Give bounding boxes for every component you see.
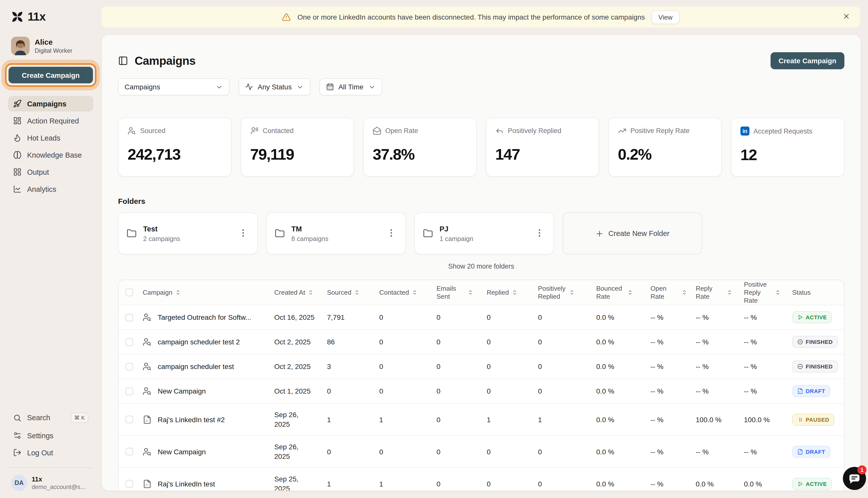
column-header-sourced[interactable]: Sourced	[327, 288, 379, 297]
row-checkbox[interactable]	[126, 338, 133, 346]
column-label: Contacted	[379, 288, 409, 297]
account-name: 11x	[31, 475, 86, 483]
notification-badge: 1	[857, 466, 867, 474]
table-row[interactable]: Targeted Outreach for Softw...Oct 16, 20…	[118, 305, 844, 330]
value-cell: -- %	[650, 313, 696, 321]
avatar	[11, 37, 30, 55]
value-cell: -- %	[744, 363, 792, 370]
column-header-contacted[interactable]: Contacted	[379, 288, 437, 297]
play-icon	[797, 481, 803, 487]
folder-menu-button[interactable]	[384, 226, 398, 241]
warning-triangle-icon	[282, 13, 291, 22]
file-text-icon	[797, 448, 803, 455]
value-cell: 0	[487, 338, 538, 346]
column-header-created-at[interactable]: Created At	[274, 288, 327, 297]
sidebar-create-campaign-button[interactable]: Create Campaign	[9, 67, 93, 83]
sort-icon	[726, 289, 733, 296]
table-row[interactable]: campaign scheduler test 2Oct 2, 20258600…	[118, 330, 844, 354]
status-label: DRAFT	[806, 388, 825, 394]
sidebar-item-output[interactable]: Output	[8, 164, 93, 180]
filter-all-time[interactable]: All Time	[319, 78, 382, 95]
value-cell: 0	[437, 447, 487, 456]
pause-icon	[797, 416, 803, 422]
folder-card-pj[interactable]: PJ1 campaign	[414, 212, 554, 254]
campaign-name-cell: campaign scheduler test	[143, 362, 274, 371]
sort-icon	[511, 289, 518, 296]
table-row[interactable]: Raj's LinkedIn test #2Sep 26, 2025110110…	[118, 404, 844, 436]
user-sound-icon	[250, 127, 259, 135]
table-body: Targeted Outreach for Softw...Oct 16, 20…	[118, 305, 844, 491]
select-all-checkbox[interactable]	[126, 289, 133, 296]
table-row[interactable]: Raj's LinkedIn testSep 25, 2025110000.0 …	[118, 468, 844, 491]
create-campaign-button[interactable]: Create Campaign	[770, 52, 844, 69]
sidebar-item-analytics[interactable]: Analytics	[8, 181, 93, 197]
filter-campaigns[interactable]: Campaigns	[118, 78, 230, 95]
folder-menu-button[interactable]	[236, 226, 250, 241]
column-label: Created At	[274, 288, 305, 297]
column-header-open-rate[interactable]: Open Rate	[650, 284, 696, 300]
sidebar-item-log-out[interactable]: Log Out	[8, 445, 93, 460]
show-more-folders-button[interactable]: Show 20 more folders	[448, 263, 514, 270]
column-header-campaign[interactable]: Campaign	[143, 288, 274, 297]
sort-icon	[354, 289, 360, 296]
folder-card-test[interactable]: Test2 campaigns	[118, 212, 258, 254]
stat-label: Open Rate	[385, 127, 418, 134]
sort-icon	[175, 289, 182, 296]
stats-row: Sourced242,713Contacted79,119Open Rate37…	[118, 117, 844, 177]
stat-label: Positively Replied	[508, 127, 561, 134]
folder-menu-button[interactable]	[532, 226, 546, 241]
value-cell: -- %	[744, 313, 792, 321]
sidebar-item-knowledge-base[interactable]: Knowledge Base	[8, 147, 93, 163]
sidebar-nav: CampaignsAction RequiredHot LeadsKnowled…	[8, 96, 93, 197]
column-header-positively-replied[interactable]: Positively Replied	[538, 284, 596, 300]
worker-name: Alice	[35, 38, 72, 46]
table-row[interactable]: New CampaignSep 26, 2025000000.0 %-- %--…	[118, 436, 844, 468]
close-icon[interactable]	[842, 12, 851, 22]
campaign-name-cell: New Campaign	[143, 447, 274, 456]
folder-card-tm[interactable]: TM8 campaigns	[266, 212, 406, 254]
row-checkbox[interactable]	[126, 416, 133, 423]
logo-text: 11x	[28, 10, 46, 24]
sidebar-item-campaigns[interactable]: Campaigns	[8, 96, 93, 112]
status-cell: PAUSED	[792, 414, 844, 425]
status-label: FINISHED	[806, 339, 833, 345]
row-checkbox[interactable]	[126, 363, 133, 370]
account-switcher[interactable]: DA 11x demo_account@s...	[8, 467, 93, 491]
table-row[interactable]: New CampaignOct 1, 2025000000.0 %-- %-- …	[118, 379, 844, 404]
create-new-folder-button[interactable]: Create New Folder	[562, 212, 702, 254]
sidebar-item-hot-leads[interactable]: Hot Leads	[8, 130, 93, 146]
folder-name: TM	[292, 225, 328, 233]
minus-circle-icon	[797, 364, 803, 369]
column-header-reply-rate[interactable]: Reply Rate	[696, 284, 744, 300]
banner-view-button[interactable]: View	[651, 10, 679, 24]
sidebar-item-search[interactable]: Search⌘ K	[8, 409, 93, 426]
column-header-replied[interactable]: Replied	[487, 288, 538, 297]
value-cell: 3	[327, 363, 379, 370]
table-row[interactable]: campaign scheduler testOct 2, 2025300000…	[118, 354, 844, 379]
chevron-down-icon	[216, 83, 223, 91]
row-checkbox[interactable]	[126, 480, 133, 487]
panel-left-icon[interactable]	[118, 56, 128, 66]
row-checkbox[interactable]	[126, 314, 133, 321]
value-cell: 100.0 %	[696, 416, 744, 423]
column-header-emails-sent[interactable]: Emails Sent	[437, 284, 487, 300]
value-cell: 0.0 %	[596, 387, 650, 395]
sort-icon	[775, 289, 781, 296]
campaign-name: Raj's LinkedIn test #2	[158, 416, 225, 423]
sidebar-item-settings[interactable]: Settings	[8, 428, 93, 443]
value-cell: 0	[379, 447, 437, 456]
column-header-positive-reply-rate[interactable]: Positive Reply Rate	[744, 280, 792, 304]
stat-value: 242,713	[128, 146, 222, 163]
row-checkbox[interactable]	[126, 448, 133, 455]
sidebar-item-action-required[interactable]: Action Required	[8, 113, 93, 129]
created-at-cell: Sep 25, 2025	[274, 474, 327, 491]
column-header-bounced-rate[interactable]: Bounced Rate	[596, 284, 650, 300]
folder-name: PJ	[440, 225, 473, 233]
status-label: FINISHED	[806, 364, 833, 369]
row-checkbox[interactable]	[126, 387, 133, 395]
file-text-icon	[143, 479, 152, 488]
file-text-icon	[143, 415, 152, 424]
value-cell: 0	[487, 313, 538, 321]
chat-bubble-button[interactable]: 1	[843, 467, 866, 490]
filter-any-status[interactable]: Any Status	[238, 78, 310, 95]
